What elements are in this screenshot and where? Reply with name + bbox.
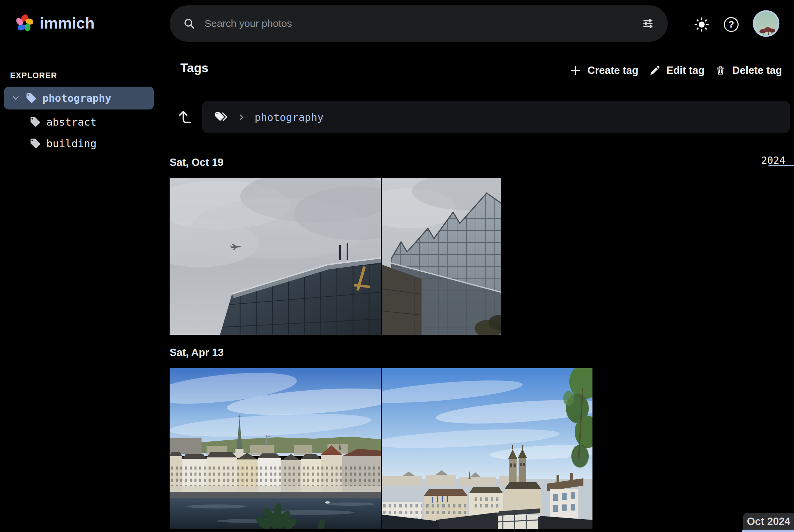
sidebar-item-photography[interactable]: photography	[4, 87, 154, 110]
plus-icon	[569, 64, 581, 77]
immich-flower-icon	[15, 14, 34, 33]
timbered-house	[496, 509, 540, 529]
search-bar[interactable]	[170, 5, 668, 42]
arrow-up-back-icon	[176, 109, 193, 125]
edit-tag-label: Edit tag	[666, 64, 705, 77]
explorer-heading: EXPLORER	[10, 71, 57, 80]
edit-tag-button[interactable]: Edit tag	[649, 62, 705, 79]
scrubber-position-tick[interactable]	[742, 530, 794, 532]
scrubber-position-tooltip: Oct 2024	[743, 513, 794, 530]
trash-icon	[715, 65, 726, 76]
scrubber-year-label[interactable]: 2024	[761, 154, 785, 166]
help-button[interactable]: ?	[721, 15, 741, 35]
tag-icon	[25, 92, 37, 104]
tag-icon	[30, 116, 41, 128]
breadcrumb: photography	[202, 101, 790, 133]
photo-image	[170, 178, 381, 335]
sidebar-item-building[interactable]: building	[4, 133, 154, 153]
search-icon	[183, 17, 195, 30]
immich-app: immich	[0, 0, 794, 532]
photo-thumbnail-glass-building-airplane[interactable]	[170, 178, 381, 335]
photo-image	[382, 178, 501, 335]
date-group-header: Sat, Oct 19	[170, 156, 223, 169]
photo-image	[170, 368, 381, 529]
tag-icon	[30, 138, 41, 149]
app-title: immich	[40, 14, 95, 32]
chevron-down-icon	[12, 94, 20, 102]
photo-thumbnail-riverfront[interactable]	[170, 368, 381, 529]
filter-sliders-icon[interactable]	[642, 17, 654, 30]
pencil-icon	[649, 65, 660, 76]
page-title: Tags	[181, 61, 209, 75]
photo-image	[382, 368, 592, 529]
delete-tag-label: Delete tag	[732, 64, 782, 77]
sidebar-item-label: photography	[42, 92, 111, 104]
photo-thumbnail-sawtooth-facade[interactable]	[382, 178, 501, 335]
breadcrumb-current-tag[interactable]: photography	[254, 111, 323, 123]
immich-logo[interactable]: immich	[15, 14, 95, 33]
back-button[interactable]	[175, 107, 195, 127]
chevron-right-icon	[237, 113, 246, 121]
sun-icon	[694, 17, 710, 32]
app-header: immich	[0, 0, 794, 50]
sidebar-item-label: abstract	[46, 116, 96, 128]
scrubber-year-tick	[769, 165, 794, 166]
photo-thumbnail-grossmunster-view[interactable]	[382, 368, 592, 529]
avatar-image	[753, 10, 779, 37]
create-tag-label: Create tag	[587, 64, 639, 77]
scrubber-position-label: Oct 2024	[747, 515, 790, 528]
avatar[interactable]	[753, 10, 779, 37]
help-icon: ?	[724, 17, 739, 32]
tags-icon	[214, 110, 228, 124]
search-input[interactable]	[204, 17, 642, 30]
date-group-header: Sat, Apr 13	[170, 347, 224, 359]
theme-toggle-button[interactable]	[692, 15, 712, 35]
sidebar-item-label: building	[46, 137, 96, 150]
delete-tag-button[interactable]: Delete tag	[715, 62, 782, 79]
create-tag-button[interactable]: Create tag	[569, 62, 639, 79]
sidebar-item-abstract[interactable]: abstract	[4, 112, 154, 132]
explorer-sidebar: EXPLORER photography abstract building	[0, 50, 170, 532]
